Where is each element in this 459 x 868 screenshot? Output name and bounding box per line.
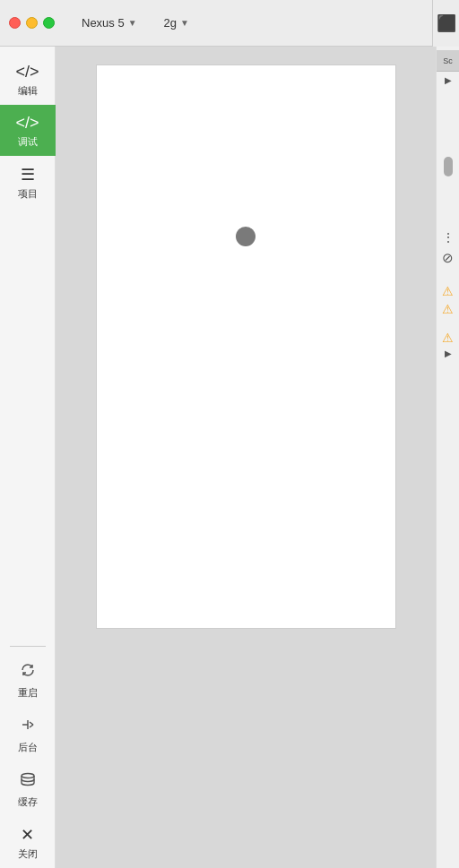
device-preview bbox=[56, 47, 436, 868]
maximize-button[interactable] bbox=[43, 17, 55, 29]
scroll-text: Sc bbox=[443, 56, 453, 65]
sidebar: </> 编辑 </> 调试 ☰ 项目 重启 bbox=[0, 47, 56, 868]
close-button[interactable] bbox=[9, 17, 21, 29]
right-panel-actions: ⋮ ⊘ bbox=[442, 230, 455, 266]
scroll-label: Sc bbox=[437, 50, 459, 72]
project-icon: ☰ bbox=[21, 165, 35, 185]
sidebar-divider-1 bbox=[10, 646, 46, 647]
close-icon: ✕ bbox=[21, 825, 34, 845]
right-panel: Sc ▶ ⋮ ⊘ ⚠ ⚠ ⚠ ▶ bbox=[436, 47, 459, 868]
restart-icon bbox=[19, 661, 37, 683]
sidebar-label-restart: 重启 bbox=[18, 686, 38, 700]
network-name: 2g bbox=[164, 16, 177, 30]
sidebar-label-debug: 调试 bbox=[18, 135, 38, 149]
right-panel-warning2: ⚠ ▶ bbox=[442, 331, 454, 358]
debug-icon: </> bbox=[15, 114, 39, 133]
traffic-lights bbox=[9, 17, 55, 29]
more-options-icon[interactable]: ⋮ bbox=[442, 230, 455, 245]
content-area: Sc ▶ ⋮ ⊘ ⚠ ⚠ ⚠ ▶ bbox=[56, 47, 459, 868]
svg-line-3 bbox=[30, 725, 33, 727]
sidebar-label-backend: 后台 bbox=[18, 741, 38, 754]
sidebar-item-editor[interactable]: </> 编辑 bbox=[0, 54, 56, 105]
svg-point-4 bbox=[22, 774, 34, 778]
minimize-button[interactable] bbox=[26, 17, 38, 29]
warning-icon-1: ⚠ bbox=[442, 284, 454, 298]
sidebar-item-close[interactable]: ✕ 关闭 bbox=[0, 816, 56, 868]
editor-icon: </> bbox=[15, 63, 39, 82]
main-layout: </> 编辑 </> 调试 ☰ 项目 重启 bbox=[0, 47, 459, 868]
warning-icon-3: ⚠ bbox=[442, 331, 454, 345]
cache-icon bbox=[19, 770, 37, 793]
warning-chevron-icon[interactable]: ▶ bbox=[445, 348, 452, 358]
sidebar-label-cache: 缓存 bbox=[18, 795, 38, 809]
right-panel-warnings: ⚠ ⚠ bbox=[442, 284, 454, 316]
sidebar-label-close: 关闭 bbox=[18, 847, 38, 861]
scrollbar-thumb[interactable] bbox=[444, 157, 453, 176]
device-selector[interactable]: Nexus 5 ▼ bbox=[82, 16, 137, 30]
sidebar-item-cache[interactable]: 缓存 bbox=[0, 761, 56, 816]
phone-screen bbox=[96, 64, 396, 629]
screenshot-area[interactable]: ⬛ bbox=[432, 0, 459, 47]
block-icon[interactable]: ⊘ bbox=[442, 250, 454, 266]
sidebar-item-restart[interactable]: 重启 bbox=[0, 652, 56, 707]
sidebar-label-editor: 编辑 bbox=[18, 84, 38, 98]
sidebar-item-backend[interactable]: 后台 bbox=[0, 707, 56, 761]
title-bar: Nexus 5 ▼ 2g ▼ ⬛ bbox=[0, 0, 459, 47]
right-panel-expand-section: ▶ bbox=[437, 75, 459, 85]
right-scroll-thumb bbox=[444, 157, 453, 176]
network-selector[interactable]: 2g ▼ bbox=[164, 16, 189, 30]
warning-icon-2: ⚠ bbox=[442, 302, 454, 316]
backend-icon bbox=[19, 716, 37, 738]
loading-indicator bbox=[236, 227, 255, 246]
sidebar-item-project[interactable]: ☰ 项目 bbox=[0, 156, 56, 208]
screenshot-icon: ⬛ bbox=[437, 13, 456, 33]
right-expand-arrow[interactable]: ▶ bbox=[445, 75, 452, 85]
network-chevron-icon: ▼ bbox=[180, 18, 189, 28]
sidebar-item-debug[interactable]: </> 调试 bbox=[0, 105, 56, 156]
device-chevron-icon: ▼ bbox=[128, 18, 137, 28]
device-name: Nexus 5 bbox=[82, 16, 125, 30]
sidebar-label-project: 项目 bbox=[18, 187, 38, 201]
